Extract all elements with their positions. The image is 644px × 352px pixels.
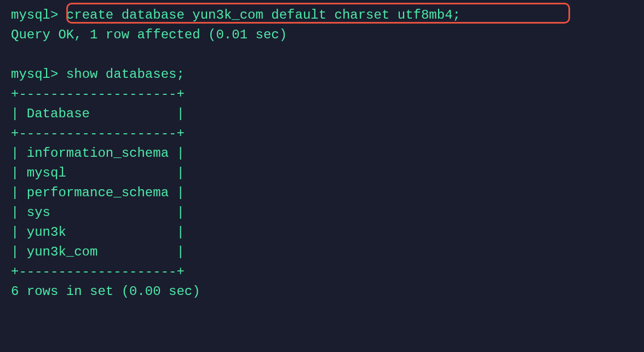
show-databases-cmd: show databases; [66, 67, 185, 82]
table-row: | mysql | [11, 163, 633, 183]
mysql-prompt: mysql> [11, 8, 66, 22]
table-border-bot: +--------------------+ [11, 262, 633, 282]
rows-in-set: 6 rows in set (0.00 sec) [11, 282, 633, 302]
blank-line [11, 45, 633, 65]
table-header: | Database | [11, 104, 633, 124]
create-database-cmd: create database yun3k_com default charse… [66, 8, 461, 22]
query-ok-1: Query OK, 1 row affected (0.01 sec) [11, 25, 633, 45]
cmd-line-2[interactable]: mysql> show databases; [11, 65, 633, 84]
table-row: | performance_schema | [11, 183, 633, 203]
table-row: | information_schema | [11, 144, 633, 163]
table-row: | sys | [11, 203, 633, 223]
table-border-top: +--------------------+ [11, 84, 633, 104]
table-border-mid: +--------------------+ [11, 124, 633, 144]
table-row: | yun3k | [11, 223, 633, 242]
mysql-prompt: mysql> [11, 67, 66, 82]
table-row: | yun3k_com | [11, 242, 633, 262]
cmd-line-1[interactable]: mysql> create database yun3k_com default… [11, 5, 633, 25]
